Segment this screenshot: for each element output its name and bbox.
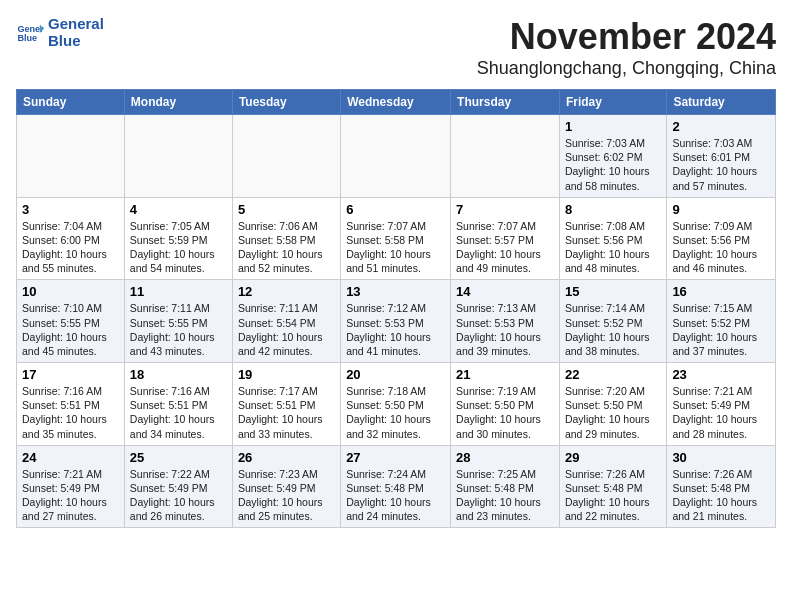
weekday-header-thursday: Thursday <box>451 90 560 115</box>
calendar-cell: 27Sunrise: 7:24 AM Sunset: 5:48 PM Dayli… <box>341 445 451 528</box>
calendar-table: SundayMondayTuesdayWednesdayThursdayFrid… <box>16 89 776 528</box>
day-number: 18 <box>130 367 227 382</box>
calendar-cell: 15Sunrise: 7:14 AM Sunset: 5:52 PM Dayli… <box>559 280 666 363</box>
logo-icon: General Blue <box>16 19 44 47</box>
day-info: Sunrise: 7:16 AM Sunset: 5:51 PM Dayligh… <box>22 385 107 440</box>
calendar-cell: 3Sunrise: 7:04 AM Sunset: 6:00 PM Daylig… <box>17 197 125 280</box>
day-info: Sunrise: 7:14 AM Sunset: 5:52 PM Dayligh… <box>565 302 650 357</box>
day-number: 15 <box>565 284 661 299</box>
day-info: Sunrise: 7:18 AM Sunset: 5:50 PM Dayligh… <box>346 385 431 440</box>
weekday-header-tuesday: Tuesday <box>232 90 340 115</box>
day-number: 17 <box>22 367 119 382</box>
day-number: 21 <box>456 367 554 382</box>
calendar-cell: 30Sunrise: 7:26 AM Sunset: 5:48 PM Dayli… <box>667 445 776 528</box>
day-info: Sunrise: 7:04 AM Sunset: 6:00 PM Dayligh… <box>22 220 107 275</box>
day-number: 10 <box>22 284 119 299</box>
calendar-cell: 17Sunrise: 7:16 AM Sunset: 5:51 PM Dayli… <box>17 363 125 446</box>
day-info: Sunrise: 7:22 AM Sunset: 5:49 PM Dayligh… <box>130 468 215 523</box>
calendar-cell: 10Sunrise: 7:10 AM Sunset: 5:55 PM Dayli… <box>17 280 125 363</box>
weekday-header: SundayMondayTuesdayWednesdayThursdayFrid… <box>17 90 776 115</box>
calendar-cell: 11Sunrise: 7:11 AM Sunset: 5:55 PM Dayli… <box>124 280 232 363</box>
day-number: 29 <box>565 450 661 465</box>
day-number: 26 <box>238 450 335 465</box>
calendar-cell: 13Sunrise: 7:12 AM Sunset: 5:53 PM Dayli… <box>341 280 451 363</box>
day-info: Sunrise: 7:15 AM Sunset: 5:52 PM Dayligh… <box>672 302 757 357</box>
calendar-cell: 6Sunrise: 7:07 AM Sunset: 5:58 PM Daylig… <box>341 197 451 280</box>
weekday-header-wednesday: Wednesday <box>341 90 451 115</box>
day-number: 14 <box>456 284 554 299</box>
day-number: 27 <box>346 450 445 465</box>
day-number: 13 <box>346 284 445 299</box>
day-info: Sunrise: 7:06 AM Sunset: 5:58 PM Dayligh… <box>238 220 323 275</box>
day-info: Sunrise: 7:25 AM Sunset: 5:48 PM Dayligh… <box>456 468 541 523</box>
calendar-cell: 24Sunrise: 7:21 AM Sunset: 5:49 PM Dayli… <box>17 445 125 528</box>
day-info: Sunrise: 7:05 AM Sunset: 5:59 PM Dayligh… <box>130 220 215 275</box>
day-number: 23 <box>672 367 770 382</box>
day-info: Sunrise: 7:03 AM Sunset: 6:02 PM Dayligh… <box>565 137 650 192</box>
calendar-cell <box>124 115 232 198</box>
day-info: Sunrise: 7:11 AM Sunset: 5:54 PM Dayligh… <box>238 302 323 357</box>
day-info: Sunrise: 7:23 AM Sunset: 5:49 PM Dayligh… <box>238 468 323 523</box>
day-number: 1 <box>565 119 661 134</box>
calendar-cell: 23Sunrise: 7:21 AM Sunset: 5:49 PM Dayli… <box>667 363 776 446</box>
calendar-cell: 14Sunrise: 7:13 AM Sunset: 5:53 PM Dayli… <box>451 280 560 363</box>
day-number: 11 <box>130 284 227 299</box>
day-number: 19 <box>238 367 335 382</box>
day-number: 22 <box>565 367 661 382</box>
calendar-cell: 19Sunrise: 7:17 AM Sunset: 5:51 PM Dayli… <box>232 363 340 446</box>
calendar-cell: 9Sunrise: 7:09 AM Sunset: 5:56 PM Daylig… <box>667 197 776 280</box>
calendar-cell: 21Sunrise: 7:19 AM Sunset: 5:50 PM Dayli… <box>451 363 560 446</box>
weekday-header-monday: Monday <box>124 90 232 115</box>
day-info: Sunrise: 7:09 AM Sunset: 5:56 PM Dayligh… <box>672 220 757 275</box>
day-number: 20 <box>346 367 445 382</box>
day-number: 12 <box>238 284 335 299</box>
calendar-cell <box>17 115 125 198</box>
day-info: Sunrise: 7:10 AM Sunset: 5:55 PM Dayligh… <box>22 302 107 357</box>
day-number: 25 <box>130 450 227 465</box>
day-info: Sunrise: 7:12 AM Sunset: 5:53 PM Dayligh… <box>346 302 431 357</box>
day-info: Sunrise: 7:03 AM Sunset: 6:01 PM Dayligh… <box>672 137 757 192</box>
day-info: Sunrise: 7:21 AM Sunset: 5:49 PM Dayligh… <box>672 385 757 440</box>
day-info: Sunrise: 7:13 AM Sunset: 5:53 PM Dayligh… <box>456 302 541 357</box>
calendar-week-3: 10Sunrise: 7:10 AM Sunset: 5:55 PM Dayli… <box>17 280 776 363</box>
location-title: Shuanglongchang, Chongqing, China <box>477 58 776 79</box>
calendar-cell <box>451 115 560 198</box>
day-number: 5 <box>238 202 335 217</box>
day-info: Sunrise: 7:26 AM Sunset: 5:48 PM Dayligh… <box>565 468 650 523</box>
calendar-cell: 12Sunrise: 7:11 AM Sunset: 5:54 PM Dayli… <box>232 280 340 363</box>
day-number: 28 <box>456 450 554 465</box>
calendar-cell: 26Sunrise: 7:23 AM Sunset: 5:49 PM Dayli… <box>232 445 340 528</box>
weekday-header-friday: Friday <box>559 90 666 115</box>
title-section: November 2024 Shuanglongchang, Chongqing… <box>477 16 776 79</box>
calendar-cell <box>232 115 340 198</box>
calendar-cell: 4Sunrise: 7:05 AM Sunset: 5:59 PM Daylig… <box>124 197 232 280</box>
calendar-cell <box>341 115 451 198</box>
calendar-cell: 5Sunrise: 7:06 AM Sunset: 5:58 PM Daylig… <box>232 197 340 280</box>
logo-line2: Blue <box>48 33 104 50</box>
calendar-cell: 28Sunrise: 7:25 AM Sunset: 5:48 PM Dayli… <box>451 445 560 528</box>
calendar-cell: 2Sunrise: 7:03 AM Sunset: 6:01 PM Daylig… <box>667 115 776 198</box>
day-number: 6 <box>346 202 445 217</box>
day-info: Sunrise: 7:24 AM Sunset: 5:48 PM Dayligh… <box>346 468 431 523</box>
calendar-week-1: 1Sunrise: 7:03 AM Sunset: 6:02 PM Daylig… <box>17 115 776 198</box>
day-number: 24 <box>22 450 119 465</box>
calendar-cell: 25Sunrise: 7:22 AM Sunset: 5:49 PM Dayli… <box>124 445 232 528</box>
logo-line1: General <box>48 16 104 33</box>
day-info: Sunrise: 7:19 AM Sunset: 5:50 PM Dayligh… <box>456 385 541 440</box>
logo: General Blue General Blue <box>16 16 104 49</box>
calendar-week-2: 3Sunrise: 7:04 AM Sunset: 6:00 PM Daylig… <box>17 197 776 280</box>
day-info: Sunrise: 7:16 AM Sunset: 5:51 PM Dayligh… <box>130 385 215 440</box>
calendar-body: 1Sunrise: 7:03 AM Sunset: 6:02 PM Daylig… <box>17 115 776 528</box>
calendar-cell: 22Sunrise: 7:20 AM Sunset: 5:50 PM Dayli… <box>559 363 666 446</box>
day-info: Sunrise: 7:08 AM Sunset: 5:56 PM Dayligh… <box>565 220 650 275</box>
day-number: 8 <box>565 202 661 217</box>
month-title: November 2024 <box>477 16 776 58</box>
day-info: Sunrise: 7:21 AM Sunset: 5:49 PM Dayligh… <box>22 468 107 523</box>
day-number: 7 <box>456 202 554 217</box>
calendar-cell: 16Sunrise: 7:15 AM Sunset: 5:52 PM Dayli… <box>667 280 776 363</box>
weekday-header-sunday: Sunday <box>17 90 125 115</box>
calendar-cell: 7Sunrise: 7:07 AM Sunset: 5:57 PM Daylig… <box>451 197 560 280</box>
calendar-cell: 29Sunrise: 7:26 AM Sunset: 5:48 PM Dayli… <box>559 445 666 528</box>
calendar-cell: 1Sunrise: 7:03 AM Sunset: 6:02 PM Daylig… <box>559 115 666 198</box>
day-number: 9 <box>672 202 770 217</box>
